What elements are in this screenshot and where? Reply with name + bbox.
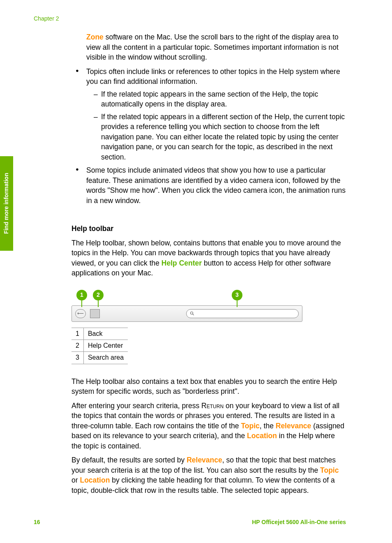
legend-row-3: 3 Search area	[71, 352, 128, 364]
p2-mid2: , the	[260, 422, 276, 430]
zone-term: Zone	[86, 33, 104, 41]
after-p1: The Help toolbar also contains a text bo…	[71, 377, 347, 397]
after-block: The Help toolbar also contains a text bo…	[71, 377, 347, 496]
legend-num-2: 2	[71, 340, 83, 351]
location-term-2: Location	[80, 476, 110, 484]
legend-num-1: 1	[71, 328, 83, 340]
after-p2: After entering your search criteria, pre…	[71, 401, 347, 451]
help-center-term: Help Center	[161, 259, 202, 267]
svg-line-1	[193, 314, 194, 315]
help-center-button[interactable]	[90, 309, 100, 318]
bullet-2: Some topics include animated videos that…	[71, 165, 347, 206]
main-content: Zone software on the Mac. Use the scroll…	[71, 32, 347, 499]
bullet-1: Topics often include links or references…	[71, 67, 347, 162]
bullet-list: Topics often include links or references…	[71, 67, 347, 206]
callout-line-3	[237, 300, 238, 307]
legend-row-1: 1 Back	[71, 328, 128, 340]
after-p3: By default, the results are sorted by Re…	[71, 455, 347, 495]
toolbar-paragraph: The Help toolbar, shown below, contains …	[71, 238, 347, 278]
callout-line-1	[81, 300, 82, 307]
back-arrow-icon: ⟵	[77, 310, 84, 317]
p2-before: After entering your search criteria, pre…	[71, 402, 201, 410]
bullet-1-text: Topics often include links or references…	[86, 67, 340, 86]
search-input[interactable]	[186, 309, 299, 318]
intro-text: software on the Mac. Use the scroll bars…	[86, 33, 339, 61]
callout-3: 3	[232, 290, 242, 300]
callout-1: 1	[76, 290, 87, 300]
back-button[interactable]: ⟵	[75, 309, 86, 318]
legend-label-3: Search area	[83, 352, 128, 364]
sub-1: If the related topic appears in the same…	[86, 89, 347, 109]
page-number: 16	[34, 518, 40, 527]
side-tab: Find more information	[0, 156, 13, 251]
legend-label-2: Help Center	[83, 340, 128, 351]
relevance-term-2: Relevance	[187, 456, 222, 464]
legend-num-3: 3	[71, 352, 83, 364]
product-name: HP Officejet 5600 All-in-One series	[252, 518, 346, 527]
intro-paragraph: Zone software on the Mac. Use the scroll…	[86, 32, 347, 62]
search-icon	[190, 311, 195, 316]
relevance-term: Relevance	[276, 422, 311, 430]
legend-label-1: Back	[83, 328, 128, 340]
location-term: Location	[247, 432, 277, 440]
callout-line-2	[98, 300, 99, 307]
svg-point-0	[191, 312, 193, 314]
p3-mid2: or	[71, 476, 80, 484]
topic-term: Topic	[241, 422, 259, 430]
chapter-label: Chapter 2	[34, 15, 59, 23]
topic-term-2: Topic	[320, 466, 339, 474]
p3-after: by clicking the table heading for that c…	[71, 476, 335, 494]
side-tab-text: Find more information	[2, 173, 11, 234]
return-key: Return	[201, 402, 224, 410]
help-toolbar-heading: Help toolbar	[71, 224, 347, 234]
help-toolbar: ⟵	[71, 305, 302, 322]
footer: 16 HP Officejet 5600 All-in-One series	[34, 518, 346, 527]
toolbar-figure: 1 2 3 ⟵ 1 Back 2 Help Center	[71, 290, 347, 364]
p3-before: By default, the results are sorted by	[71, 456, 187, 464]
legend-table: 1 Back 2 Help Center 3 Search area	[71, 328, 128, 364]
sublist: If the related topic appears in the same…	[86, 89, 347, 162]
sub-2: If the related topic appears in a differ…	[86, 112, 347, 162]
legend-row-2: 2 Help Center	[71, 340, 128, 351]
callouts: 1 2 3	[71, 290, 347, 306]
callout-2: 2	[93, 290, 104, 300]
